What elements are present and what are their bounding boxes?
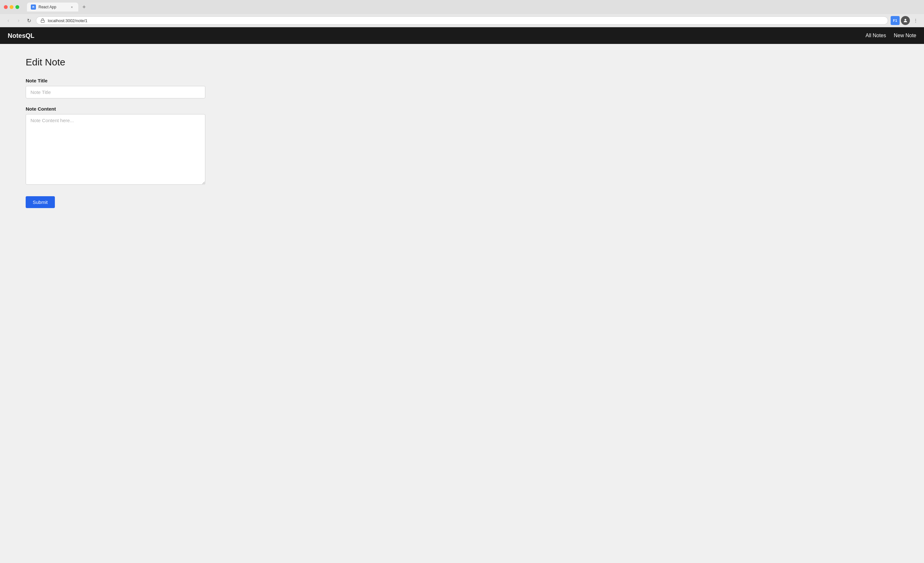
all-notes-link[interactable]: All Notes bbox=[866, 33, 886, 39]
minimize-window-button[interactable] bbox=[10, 5, 14, 9]
browser-chrome: R React App × + ‹ › ↻ F1 bbox=[0, 0, 924, 27]
content-form-group: Note Content bbox=[26, 106, 898, 186]
nav-buttons: ‹ › ↻ bbox=[4, 16, 33, 25]
tab-title: React App bbox=[39, 5, 67, 9]
address-bar bbox=[36, 16, 888, 25]
forward-button[interactable]: › bbox=[14, 16, 23, 25]
new-note-link[interactable]: New Note bbox=[894, 33, 916, 39]
browser-actions: F1 ⋮ bbox=[891, 16, 920, 25]
refresh-button[interactable]: ↻ bbox=[24, 16, 33, 25]
title-form-group: Note Title bbox=[26, 78, 898, 99]
submit-button[interactable]: Submit bbox=[26, 196, 55, 208]
edit-note-form: Note Title Note Content Submit bbox=[26, 78, 898, 208]
tab-favicon-icon: R bbox=[31, 4, 36, 10]
close-tab-button[interactable]: × bbox=[69, 4, 74, 10]
browser-addressbar: ‹ › ↻ F1 ⋮ bbox=[0, 14, 924, 27]
security-icon bbox=[40, 18, 45, 23]
title-label: Note Title bbox=[26, 78, 898, 83]
app-nav-links: All Notes New Note bbox=[866, 33, 916, 39]
svg-point-1 bbox=[904, 19, 906, 21]
note-title-input[interactable] bbox=[26, 86, 206, 99]
browser-titlebar: R React App × + bbox=[0, 0, 924, 14]
extension-button[interactable]: F1 bbox=[891, 16, 900, 25]
address-input[interactable] bbox=[48, 18, 884, 23]
note-content-textarea[interactable] bbox=[26, 114, 206, 185]
more-options-button[interactable]: ⋮ bbox=[911, 16, 920, 25]
maximize-window-button[interactable] bbox=[15, 5, 19, 9]
app-brand[interactable]: NotesQL bbox=[8, 32, 34, 39]
profile-button[interactable] bbox=[901, 16, 910, 25]
active-tab[interactable]: R React App × bbox=[27, 3, 78, 12]
tab-bar: R React App × + bbox=[24, 3, 91, 12]
main-content: Edit Note Note Title Note Content Submit bbox=[0, 44, 924, 563]
page-title: Edit Note bbox=[26, 57, 898, 67]
svg-rect-0 bbox=[41, 20, 45, 22]
app-navbar: NotesQL All Notes New Note bbox=[0, 27, 924, 44]
content-label: Note Content bbox=[26, 106, 898, 112]
close-window-button[interactable] bbox=[4, 5, 8, 9]
back-button[interactable]: ‹ bbox=[4, 16, 13, 25]
new-tab-button[interactable]: + bbox=[80, 3, 88, 12]
traffic-lights bbox=[4, 5, 19, 9]
